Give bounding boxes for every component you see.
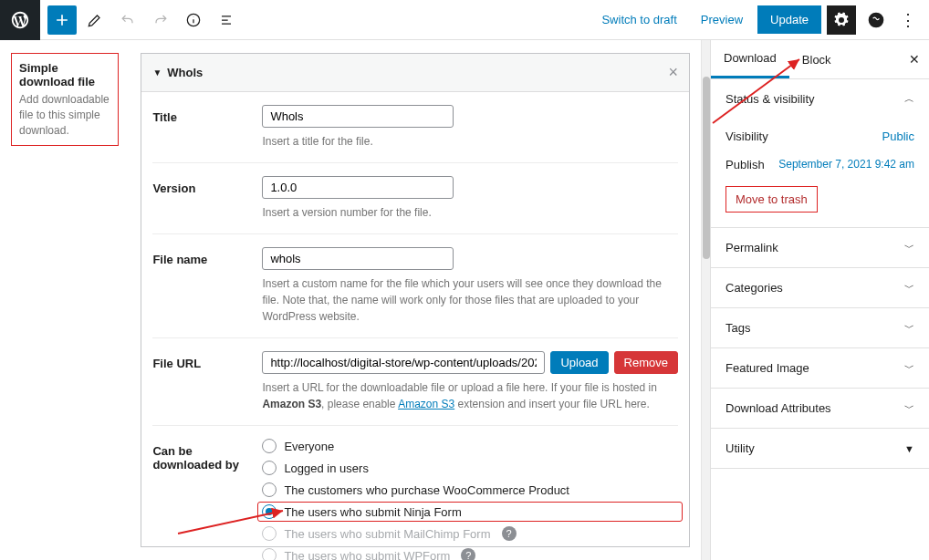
preview-button[interactable]: Preview [692, 7, 752, 32]
settings-button[interactable] [827, 5, 856, 35]
caret-down-icon: ▼ [152, 67, 162, 78]
title-label: Title [152, 105, 262, 150]
outline-button[interactable] [212, 5, 241, 35]
version-help: Insert a version number for the file. [262, 204, 678, 221]
close-sidebar-button[interactable]: ✕ [900, 43, 929, 76]
edit-icon[interactable] [80, 5, 110, 35]
version-label: Version [152, 176, 262, 221]
download-attributes-toggle[interactable]: Download Attributes﹀ [711, 389, 929, 428]
access-label: Can be downloaded by [152, 439, 262, 560]
caret-down-icon: ▼ [904, 443, 914, 454]
amazon-s3-link[interactable]: Amazon S3 [398, 398, 454, 410]
chevron-down-icon: ﹀ [904, 401, 914, 415]
radio-mailchimp: The users who submit MailChimp Form? [262, 526, 678, 541]
panel-title: Whols [167, 66, 668, 79]
upload-button[interactable]: Upload [550, 351, 608, 374]
wordpress-logo[interactable] [0, 0, 40, 40]
close-icon[interactable]: × [668, 63, 678, 82]
panel-header[interactable]: ▼ Whols × [141, 54, 689, 92]
radio-woocommerce[interactable]: The customers who purchase WooCommerce P… [262, 482, 678, 497]
status-visibility-toggle[interactable]: Status & visibility︿ [711, 79, 929, 119]
more-options-button[interactable]: ⋮ [896, 10, 920, 30]
editor-topbar: Switch to draft Preview Update ⋮ [0, 0, 929, 40]
title-input[interactable] [262, 105, 454, 128]
version-input[interactable] [262, 176, 454, 199]
metabox-description: Simple download file Add downloadable fi… [11, 53, 119, 547]
metabox-help: Add downloadable file to this simple dow… [19, 92, 110, 138]
chevron-down-icon: ﹀ [904, 281, 914, 295]
chevron-down-icon: ﹀ [904, 241, 914, 254]
add-block-button[interactable] [47, 5, 77, 35]
fileurl-label: File URL [152, 351, 262, 412]
settings-sidebar: Download Block ✕ Status & visibility︿ Vi… [710, 40, 929, 560]
tags-toggle[interactable]: Tags﹀ [711, 308, 929, 347]
svg-point-1 [869, 12, 884, 27]
info-button[interactable] [179, 5, 208, 35]
switch-to-draft-button[interactable]: Switch to draft [592, 7, 685, 32]
filename-input[interactable] [262, 247, 454, 270]
plugin-button[interactable] [861, 5, 891, 35]
radio-wpform: The users who submit WPForm? [262, 548, 678, 560]
help-icon[interactable]: ? [461, 548, 475, 560]
title-help: Insert a title for the file. [262, 133, 678, 150]
tab-block[interactable]: Block [789, 42, 844, 78]
chevron-up-icon: ︿ [904, 92, 914, 106]
undo-button[interactable] [113, 5, 142, 35]
move-to-trash-button[interactable]: Move to trash [725, 186, 818, 213]
update-button[interactable]: Update [757, 5, 821, 34]
remove-button[interactable]: Remove [614, 351, 678, 374]
download-file-panel: ▼ Whols × Title Insert a title for the f… [141, 53, 690, 547]
radio-everyone[interactable]: Everyone [262, 439, 678, 453]
permalink-toggle[interactable]: Permalink﹀ [711, 228, 929, 267]
publish-label: Publish [725, 158, 765, 171]
metabox-title: Simple download file [19, 61, 110, 88]
visibility-label: Visibility [725, 130, 768, 143]
featured-image-toggle[interactable]: Featured Image﹀ [711, 348, 929, 388]
utility-toggle[interactable]: Utility▼ [711, 429, 929, 468]
radio-logged-in[interactable]: Logged in users [262, 461, 678, 475]
publish-date[interactable]: September 7, 2021 9:42 am [778, 158, 914, 171]
help-icon[interactable]: ? [502, 526, 517, 541]
fileurl-help: Insert a URL for the downloadable file o… [262, 379, 678, 412]
scrollbar[interactable] [701, 40, 710, 560]
chevron-down-icon: ﹀ [904, 361, 914, 375]
chevron-down-icon: ﹀ [904, 321, 914, 335]
redo-button[interactable] [146, 5, 175, 35]
fileurl-input[interactable] [262, 351, 545, 374]
visibility-value[interactable]: Public [882, 130, 914, 143]
filename-label: File name [152, 247, 262, 325]
radio-ninja-form[interactable]: The users who submit Ninja Form [258, 503, 682, 521]
filename-help: Insert a custom name for the file which … [262, 275, 678, 325]
categories-toggle[interactable]: Categories﹀ [711, 268, 929, 307]
tab-download[interactable]: Download [711, 40, 789, 78]
